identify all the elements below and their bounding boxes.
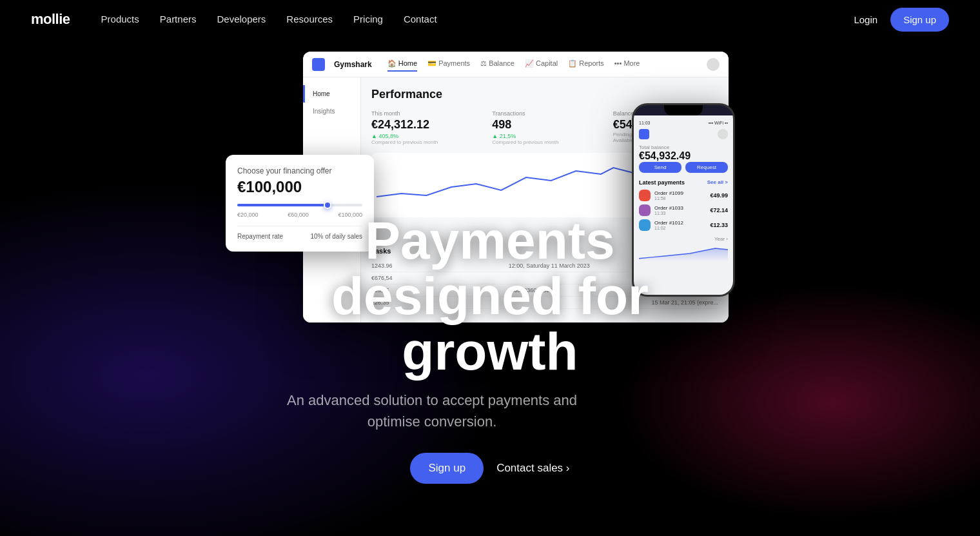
hero-title: Payments designed for growth	[264, 213, 716, 379]
nav-item-developers[interactable]: Developers	[217, 14, 266, 25]
finance-card-amount: €100,000	[237, 178, 362, 196]
dash-tab-balance[interactable]: ⚖ Balance	[480, 57, 514, 72]
phone-balance-value: €54,932.49	[639, 150, 728, 162]
dash-tab-payments[interactable]: 💳 Payments	[427, 57, 470, 72]
navbar: mollie Products Partners Developers Reso…	[0, 0, 980, 39]
phone-settings-icon	[718, 129, 728, 139]
hero-cta: Sign up Contact sales ›	[264, 453, 716, 484]
content-area: Choose your financing offer €100,000 €20…	[0, 39, 980, 484]
dash-tab-more[interactable]: ••• More	[614, 57, 640, 72]
payment-row: Order #1099 11:58 €49.99	[639, 190, 728, 201]
phone-actions: Send Request	[639, 162, 728, 173]
metric-transactions: Transactions 498 ▲ 21,5% Compared to pre…	[492, 110, 597, 145]
hero-contact-button[interactable]: Contact sales ›	[496, 462, 569, 475]
hero-subtitle: An advanced solution to accept payments …	[264, 390, 600, 432]
phone-balance-label: Total balance	[639, 144, 728, 150]
nav-actions: Login Sign up	[854, 8, 949, 32]
dash-tab-reports[interactable]: 📋 Reports	[568, 57, 604, 72]
dash-avatar	[707, 58, 720, 71]
phone-status-bar: 11:03 ▪▪▪ WiFi ▪▪	[639, 121, 728, 125]
phone-header	[639, 129, 728, 139]
phone-send-button[interactable]: Send	[639, 162, 681, 173]
nav-item-resources[interactable]: Resources	[286, 14, 333, 25]
slider-thumb	[324, 201, 331, 209]
dash-section-title: Performance	[371, 88, 718, 101]
metric-this-month: This month €24,312.12 ▲ 405,8% Compared …	[371, 110, 476, 145]
finance-card-title: Choose your financing offer	[237, 166, 362, 175]
nav-item-contact[interactable]: Contact	[404, 14, 437, 25]
dash-tabs: 🏠 Home 💳 Payments ⚖ Balance 📈 Capital 📋 …	[387, 57, 640, 72]
nav-item-products[interactable]: Products	[101, 14, 139, 25]
dash-company-name: Gymshark	[334, 60, 372, 69]
hero-signup-button[interactable]: Sign up	[410, 453, 484, 484]
nav-signup-button[interactable]: Sign up	[890, 8, 949, 32]
sidebar-item-home[interactable]: Home	[303, 85, 360, 103]
dash-tab-home[interactable]: 🏠 Home	[387, 57, 417, 72]
phone-request-button[interactable]: Request	[685, 162, 728, 173]
dash-company-logo	[312, 58, 325, 71]
phone-payments-header: Latest payments See all >	[639, 179, 728, 186]
login-link[interactable]: Login	[854, 14, 877, 25]
dash-header: Gymshark 🏠 Home 💳 Payments ⚖ Balance 📈 C…	[303, 52, 729, 77]
phone-see-all-link[interactable]: See all >	[707, 179, 728, 186]
phone-notch	[664, 105, 703, 115]
payment-icon-1	[639, 190, 651, 201]
brand-logo: mollie	[31, 11, 70, 28]
slider-track[interactable]	[237, 204, 362, 206]
nav-item-pricing[interactable]: Pricing	[353, 14, 383, 25]
nav-links: Products Partners Developers Resources P…	[101, 14, 854, 25]
dash-tab-capital[interactable]: 📈 Capital	[525, 57, 558, 72]
sidebar-item-insights[interactable]: Insights	[303, 103, 360, 120]
hero-text-block: Payments designed for growth An advanced…	[264, 213, 716, 484]
nav-item-partners[interactable]: Partners	[160, 14, 197, 25]
phone-app-logo	[639, 129, 649, 139]
slider-fill	[237, 204, 331, 206]
